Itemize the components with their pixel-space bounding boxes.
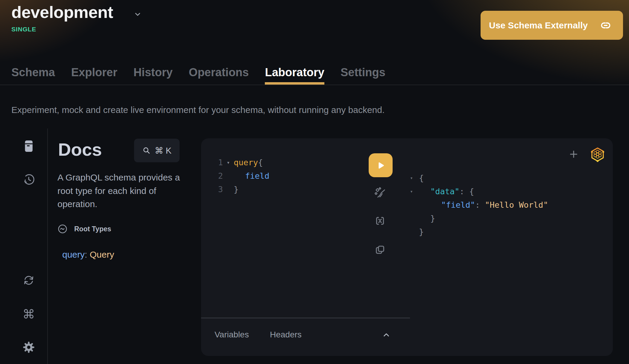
response-line: } (408, 212, 548, 225)
run-query-button[interactable] (369, 153, 393, 177)
book-icon (22, 140, 35, 154)
response-line: "field": "Hello World" (408, 198, 548, 212)
search-shortcut-label: ⌘ K (155, 146, 171, 156)
line-number: 1 (213, 158, 223, 167)
merge-fragments-button[interactable] (374, 215, 386, 227)
docs-search-button[interactable]: ⌘ K (134, 139, 180, 162)
refresh-icon (22, 274, 35, 287)
plus-icon (568, 149, 579, 160)
fold-toggle-icon[interactable]: ▾ (408, 189, 415, 194)
tab-operations[interactable]: Operations (189, 60, 249, 85)
tab-settings[interactable]: Settings (341, 60, 385, 85)
line-number: 3 (213, 185, 223, 194)
use-schema-externally-label: Use Schema Externally (481, 20, 588, 30)
hive-logo-icon[interactable] (589, 146, 606, 163)
docs-intro-text: A GraphQL schema provides a root type fo… (57, 171, 191, 211)
merge-icon (374, 215, 386, 228)
query-editor[interactable]: 1 ▾ query{ 2 field 3 } (213, 156, 269, 196)
sidebar-divider (47, 129, 48, 364)
active-tab-underline (265, 82, 324, 85)
single-badge: SINGLE (11, 26, 36, 33)
page-description: Experiment, mock and create live environ… (11, 105, 385, 115)
editor-line: 2 field (213, 169, 269, 183)
root-types-section-header: Root Types (57, 224, 111, 234)
copy-query-button[interactable] (374, 244, 386, 256)
sidebar-docs-button[interactable] (22, 140, 35, 153)
editor-tools-divider (201, 318, 410, 318)
use-schema-externally-button[interactable]: Use Schema Externally (481, 11, 623, 40)
docs-panel-title: Docs (58, 139, 102, 160)
variables-tab[interactable]: Variables (215, 330, 249, 339)
collapse-editor-tools-button[interactable] (381, 330, 392, 341)
project-switcher-chevron-icon[interactable] (133, 10, 142, 20)
link-icon (591, 19, 612, 31)
sidebar-settings-button[interactable] (22, 341, 35, 354)
history-icon (22, 173, 35, 187)
response-line: ▾ "data": { (408, 185, 548, 198)
chevron-up-icon (382, 330, 391, 341)
add-operation-tab-button[interactable] (568, 149, 579, 160)
sidebar-command-palette-button[interactable] (22, 308, 35, 321)
project-title: development (11, 2, 113, 22)
response-viewer: ▾ { ▾ "data": { "field": "Hello World" }… (408, 171, 548, 238)
editor-line: 3 } (213, 183, 269, 196)
fold-toggle-icon[interactable]: ▾ (223, 159, 234, 166)
line-number: 2 (213, 171, 223, 181)
play-icon (376, 160, 386, 170)
root-types-label: Root Types (74, 225, 111, 233)
sidebar-history-button[interactable] (22, 173, 35, 186)
prettify-query-button[interactable] (374, 187, 386, 200)
tab-bar: Schema Explorer History Operations Labor… (0, 60, 629, 85)
laboratory-page: development SINGLE Use Schema Externally… (0, 0, 629, 364)
root-type-query-link[interactable]: query: Query (62, 250, 114, 260)
tab-explorer[interactable]: Explorer (71, 60, 117, 85)
sidebar-refresh-button[interactable] (22, 274, 35, 287)
root-types-icon (57, 224, 68, 234)
tab-schema[interactable]: Schema (11, 60, 55, 85)
fold-toggle-icon[interactable]: ▾ (408, 175, 415, 181)
editor-line: 1 ▾ query{ (213, 156, 269, 169)
headers-tab[interactable]: Headers (270, 330, 302, 339)
laboratory-editor-panel: 1 ▾ query{ 2 field 3 } (201, 138, 613, 356)
tab-laboratory[interactable]: Laboratory (265, 60, 324, 85)
tab-history[interactable]: History (133, 60, 173, 85)
response-line: } (408, 225, 548, 238)
prettify-wand-icon (374, 187, 386, 200)
search-icon (142, 146, 151, 155)
response-line: ▾ { (408, 171, 548, 185)
copy-icon (374, 244, 386, 257)
gear-icon (22, 341, 35, 355)
command-icon (22, 308, 35, 321)
